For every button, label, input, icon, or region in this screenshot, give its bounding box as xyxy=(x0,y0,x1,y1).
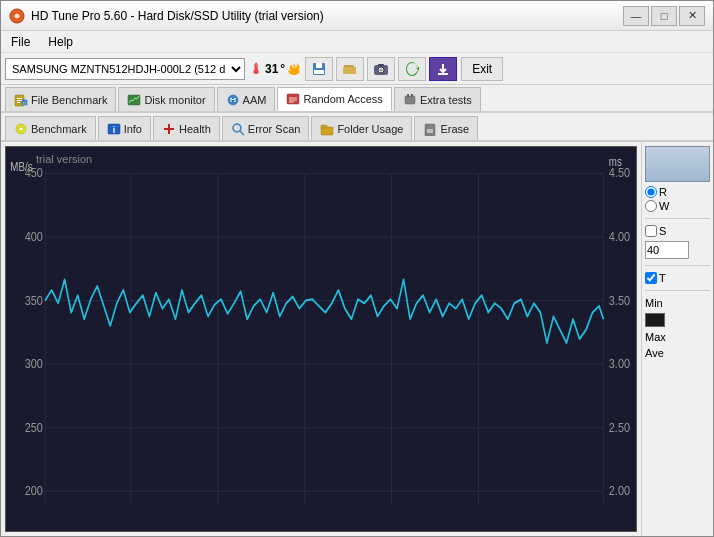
checkbox-s[interactable]: S xyxy=(645,225,710,237)
divider-1 xyxy=(645,218,710,219)
device-select[interactable]: SAMSUNG MZNTN512HDJH-000L2 (512 d xyxy=(5,58,245,80)
radio-read-input[interactable] xyxy=(645,186,657,198)
tab-disk-monitor-label: Disk monitor xyxy=(144,94,205,106)
svg-rect-14 xyxy=(17,102,20,103)
svg-rect-10 xyxy=(438,73,448,75)
temperature-indicator: 🌡 31 ° xyxy=(249,61,301,77)
checkbox-s-label: S xyxy=(659,225,666,237)
svg-text:400: 400 xyxy=(25,229,43,244)
svg-text:250: 250 xyxy=(25,420,43,435)
svg-rect-5 xyxy=(343,67,356,74)
radio-write[interactable]: W xyxy=(645,200,710,212)
svg-rect-3 xyxy=(314,70,324,74)
title-bar-controls: — □ ✕ xyxy=(623,6,705,26)
svg-line-34 xyxy=(240,131,244,135)
tabs-row-2: Benchmark i Info Health xyxy=(5,116,709,140)
file-benchmark-icon xyxy=(14,93,28,107)
exit-button[interactable]: Exit xyxy=(461,57,503,81)
number-input[interactable] xyxy=(645,241,689,259)
tab-random-access-label: Random Access xyxy=(303,93,382,105)
health-icon xyxy=(162,122,176,136)
svg-point-8 xyxy=(380,68,383,71)
tab-info-label: Info xyxy=(124,123,142,135)
tab-file-benchmark[interactable]: File Benchmark xyxy=(5,87,116,111)
info-icon: i xyxy=(107,122,121,136)
svg-rect-20 xyxy=(287,94,299,104)
min-row: Min xyxy=(645,297,710,309)
title-text: HD Tune Pro 5.60 - Hard Disk/SSD Utility… xyxy=(31,9,324,23)
checkbox-t-input[interactable] xyxy=(645,272,657,284)
svg-rect-25 xyxy=(407,94,409,97)
panel-top-preview xyxy=(645,146,710,182)
save-icon-btn[interactable] xyxy=(305,57,333,81)
svg-rect-2 xyxy=(316,63,322,68)
svg-rect-13 xyxy=(17,100,22,101)
tab-info[interactable]: i Info xyxy=(98,116,151,140)
radio-read-label: R xyxy=(659,186,667,198)
menu-help[interactable]: Help xyxy=(44,34,77,50)
tabs-row-1: File Benchmark Disk monitor AAM xyxy=(5,87,709,111)
svg-text:300: 300 xyxy=(25,356,43,371)
tab-erase-label: Erase xyxy=(440,123,469,135)
chart-svg: 450 400 350 300 250 200 MB/s 4.50 4.00 3… xyxy=(6,147,636,531)
tab-random-access[interactable]: Random Access xyxy=(277,87,391,111)
minimize-button[interactable]: — xyxy=(623,6,649,26)
tab-health[interactable]: Health xyxy=(153,116,220,140)
svg-rect-12 xyxy=(17,98,22,99)
radio-write-input[interactable] xyxy=(645,200,657,212)
refresh-icon-btn[interactable] xyxy=(398,57,426,81)
open-icon-btn[interactable] xyxy=(336,57,364,81)
title-bar-left: HD Tune Pro 5.60 - Hard Disk/SSD Utility… xyxy=(9,8,324,24)
menu-bar: File Help xyxy=(1,31,713,53)
right-panel: R W S T Min xyxy=(641,142,713,536)
svg-rect-36 xyxy=(321,125,327,128)
checkbox-t-label: T xyxy=(659,272,666,284)
tab-aam[interactable]: AAM xyxy=(217,87,276,111)
tab-erase[interactable]: Erase xyxy=(414,116,478,140)
error-scan-icon xyxy=(231,122,245,136)
svg-rect-26 xyxy=(411,94,413,97)
ave-label: Ave xyxy=(645,347,664,359)
aam-icon xyxy=(226,93,240,107)
tab-disk-monitor[interactable]: Disk monitor xyxy=(118,87,214,111)
menu-file[interactable]: File xyxy=(7,34,34,50)
tabs-bar-row1: File Benchmark Disk monitor AAM xyxy=(1,85,713,113)
title-bar: HD Tune Pro 5.60 - Hard Disk/SSD Utility… xyxy=(1,1,713,31)
min-label: Min xyxy=(645,297,663,309)
main-content: trial version 450 xyxy=(1,142,713,536)
min-color-box xyxy=(645,313,665,327)
tab-health-label: Health xyxy=(179,123,211,135)
disk-monitor-icon xyxy=(127,93,141,107)
ave-row: Ave xyxy=(645,347,710,359)
toolbar-icons xyxy=(305,57,457,81)
tab-benchmark[interactable]: Benchmark xyxy=(5,116,96,140)
close-button[interactable]: ✕ xyxy=(679,6,705,26)
divider-2 xyxy=(645,265,710,266)
tab-extra-tests-label: Extra tests xyxy=(420,94,472,106)
svg-rect-24 xyxy=(405,96,415,104)
svg-rect-15 xyxy=(22,100,27,105)
svg-text:200: 200 xyxy=(25,483,43,498)
svg-text:i: i xyxy=(112,125,115,135)
tab-folder-usage[interactable]: Folder Usage xyxy=(311,116,412,140)
tab-error-scan[interactable]: Error Scan xyxy=(222,116,310,140)
restore-button[interactable]: □ xyxy=(651,6,677,26)
svg-rect-9 xyxy=(378,64,384,66)
main-window: HD Tune Pro 5.60 - Hard Disk/SSD Utility… xyxy=(0,0,714,537)
divider-3 xyxy=(645,290,710,291)
radio-group: R W xyxy=(645,186,710,212)
random-access-icon xyxy=(286,92,300,106)
max-row: Max xyxy=(645,331,710,343)
svg-text:350: 350 xyxy=(25,293,43,308)
svg-rect-32 xyxy=(164,128,174,130)
download-icon-btn[interactable] xyxy=(429,57,457,81)
radio-read[interactable]: R xyxy=(645,186,710,198)
svg-text:3.00: 3.00 xyxy=(609,356,630,371)
checkbox-s-input[interactable] xyxy=(645,225,657,237)
checkbox-t[interactable]: T xyxy=(645,272,710,284)
svg-text:2.50: 2.50 xyxy=(609,420,630,435)
app-icon xyxy=(9,8,25,24)
tab-extra-tests[interactable]: Extra tests xyxy=(394,87,481,111)
camera-icon-btn[interactable] xyxy=(367,57,395,81)
tabs-bar-row2: Benchmark i Info Health xyxy=(1,114,713,142)
